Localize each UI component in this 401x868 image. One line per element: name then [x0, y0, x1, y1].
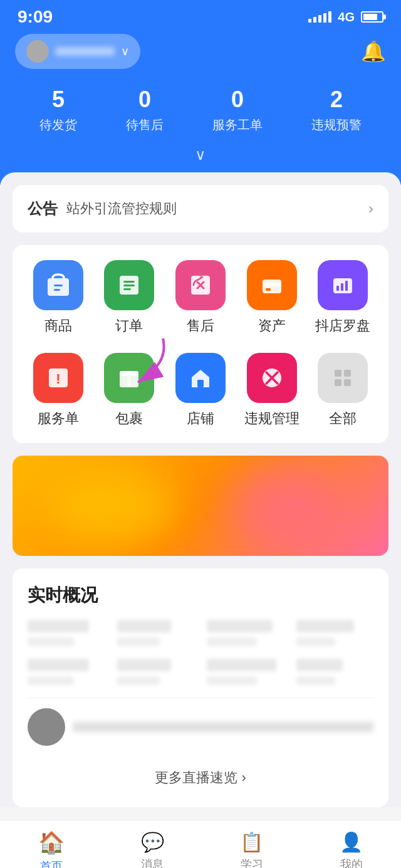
menu-label-service-order: 服务单: [38, 409, 79, 428]
menu-label-store: 店铺: [187, 409, 214, 428]
order-icon: [104, 260, 154, 310]
menu-label-assets: 资产: [258, 316, 286, 335]
svg-rect-11: [266, 288, 271, 291]
stat-number-pending-ship: 5: [52, 86, 65, 113]
nav-item-home[interactable]: 🏠 首页: [26, 825, 77, 869]
header-top: ∨ 🔔: [15, 34, 386, 69]
menu-label-package: 包裹: [115, 409, 143, 428]
stat-label-pending-ship: 待发货: [39, 117, 77, 133]
menu-item-order[interactable]: 订单: [98, 260, 160, 335]
stat-item-violation[interactable]: 2 违规预警: [311, 86, 362, 133]
menu-item-aftersale[interactable]: 售后: [169, 260, 232, 335]
svg-rect-10: [263, 283, 281, 286]
stat-item-service[interactable]: 0 服务工单: [212, 86, 263, 133]
network-label: 4G: [338, 10, 355, 24]
header-blue: ∨ 🔔 5 待发货 0 待售后 0 服务工单 2 违规预警 ∨: [0, 34, 401, 185]
shop-selector[interactable]: ∨: [15, 34, 140, 69]
stat-label-after-sale: 待售后: [126, 117, 164, 133]
nav-label-mine: 我的: [340, 857, 363, 868]
violation-icon: [247, 353, 297, 403]
stat-label-service: 服务工单: [212, 117, 263, 133]
battery-icon: [361, 11, 383, 23]
svg-rect-22: [197, 380, 204, 387]
assets-icon: [247, 260, 297, 310]
rt-item-8: [296, 659, 373, 685]
menu-label-order: 订单: [115, 316, 143, 335]
menu-item-assets[interactable]: 资产: [241, 260, 303, 335]
menu-item-all[interactable]: 全部: [311, 353, 374, 428]
notice-tag: 公告: [28, 199, 58, 219]
svg-rect-28: [344, 370, 351, 377]
live-info: [73, 722, 373, 732]
nav-item-mine[interactable]: 👤 我的: [327, 826, 375, 868]
menu-item-package[interactable]: 包裹: [98, 353, 160, 428]
nav-item-message[interactable]: 💬 消息: [128, 826, 177, 868]
rt-item-1: [28, 620, 105, 646]
main-content: 公告 站外引流管控规则 › 商品: [0, 172, 401, 807]
signal-bars-icon: [308, 11, 331, 23]
rt-item-3: [207, 620, 284, 646]
all-icon: [318, 353, 368, 403]
svg-rect-29: [335, 379, 341, 386]
svg-rect-6: [123, 285, 135, 286]
menu-label-all: 全部: [329, 409, 357, 428]
live-row: [28, 698, 373, 756]
stat-item-after-sale[interactable]: 0 待售后: [126, 86, 164, 133]
realtime-title: 实时概况: [28, 583, 373, 607]
menu-item-violation[interactable]: 违规管理: [241, 353, 303, 428]
stat-number-service: 0: [231, 86, 244, 113]
svg-rect-20: [127, 371, 131, 387]
realtime-grid-2: [28, 659, 373, 685]
menu-item-compass[interactable]: 抖店罗盘: [311, 260, 374, 335]
status-icons: 4G: [308, 10, 383, 24]
rt-item-7: [207, 659, 284, 685]
stat-number-after-sale: 0: [138, 86, 151, 113]
shop-avatar: [26, 40, 49, 63]
realtime-section: 实时概况: [13, 568, 388, 807]
message-icon: 💬: [141, 831, 164, 853]
bell-icon[interactable]: 🔔: [361, 39, 386, 63]
svg-rect-15: [345, 281, 348, 291]
notice-banner[interactable]: 公告 站外引流管控规则 ›: [13, 185, 388, 233]
bottom-nav: 🏠 首页 💬 消息 📋 学习 👤 我的: [0, 820, 401, 868]
nav-label-home: 首页: [40, 859, 63, 869]
stat-number-violation: 2: [330, 86, 343, 113]
menu-item-service-order[interactable]: ! 服务单: [27, 353, 90, 428]
nav-label-message: 消息: [141, 857, 164, 868]
rt-item-4: [296, 620, 373, 646]
shop-name: [55, 47, 115, 56]
menu-item-product[interactable]: 商品: [27, 260, 90, 335]
mine-icon: 👤: [340, 831, 363, 853]
menu-item-store[interactable]: 店铺: [169, 353, 232, 428]
menu-row-1: 商品 订单: [23, 260, 378, 335]
menu-label-aftersale: 售后: [187, 316, 214, 335]
rt-item-5: [28, 659, 105, 685]
svg-rect-14: [341, 283, 343, 291]
menu-grid: 商品 订单: [13, 245, 388, 443]
menu-label-compass: 抖店罗盘: [315, 316, 370, 335]
notice-arrow-icon: ›: [368, 200, 373, 217]
svg-rect-5: [123, 281, 135, 283]
svg-rect-7: [123, 288, 131, 290]
menu-label-violation: 违规管理: [244, 409, 299, 428]
svg-rect-1: [48, 278, 69, 296]
chevron-down-icon: ∨: [121, 44, 129, 58]
study-icon: 📋: [240, 831, 263, 853]
svg-rect-30: [344, 379, 351, 386]
svg-rect-13: [336, 286, 339, 291]
live-avatar: [28, 708, 65, 746]
notice-text: 站外引流管控规则: [66, 199, 368, 218]
banner-image[interactable]: [13, 456, 388, 556]
expand-chevron-icon[interactable]: ∨: [15, 146, 386, 166]
stats-row: 5 待发货 0 待售后 0 服务工单 2 违规预警: [15, 86, 386, 133]
stat-item-pending-ship[interactable]: 5 待发货: [39, 86, 77, 133]
menu-row-2: ! 服务单 包裹: [23, 353, 378, 428]
product-icon: [33, 260, 83, 310]
nav-item-study[interactable]: 📋 学习: [227, 826, 276, 868]
rt-item-2: [117, 620, 194, 646]
status-time: 9:09: [18, 7, 53, 27]
more-live-button[interactable]: 更多直播速览 ›: [28, 756, 373, 792]
menu-label-product: 商品: [44, 316, 72, 335]
svg-rect-27: [335, 370, 341, 377]
package-icon: [104, 353, 154, 403]
